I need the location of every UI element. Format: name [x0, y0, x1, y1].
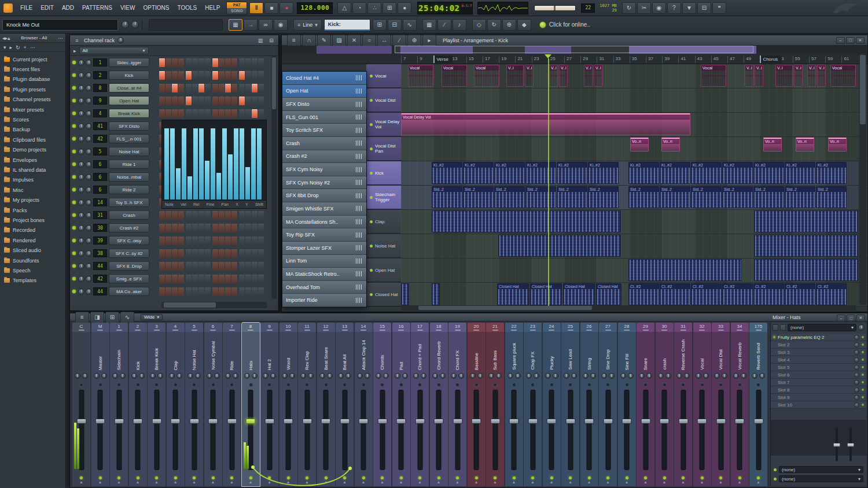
channel-mixer-target[interactable]: 39 [93, 236, 107, 245]
strip-route-arrow[interactable]: ▲ [700, 480, 704, 484]
pattern-clip[interactable]: Sid..2 [588, 186, 619, 208]
channel-mixer-target[interactable]: 41 [93, 122, 107, 130]
sample-item-sfx-8bit-drop[interactable]: SFX 8bit Drop [282, 189, 366, 202]
step-cell[interactable] [159, 249, 165, 258]
track-header-noise-hat[interactable]: Noise Hat [366, 234, 401, 258]
track-enable-dot[interactable] [370, 99, 373, 102]
sample-item-toy-rip-sfx[interactable]: Toy Rip SFX [282, 228, 366, 242]
fx-send-a[interactable]: (none) [771, 465, 866, 474]
track-enable-dot[interactable] [370, 245, 373, 247]
strip-enable-led[interactable] [362, 476, 365, 479]
pat-song-toggle[interactable]: PAT SONG [226, 2, 247, 14]
step-cell[interactable] [178, 97, 184, 105]
step-cell[interactable] [192, 224, 198, 232]
strip-pan-knob[interactable] [507, 373, 513, 379]
strip-stereo-knob[interactable] [402, 373, 408, 379]
step-cell[interactable] [231, 262, 237, 271]
pattern-clip[interactable]: Ki..#2 [463, 162, 494, 184]
step-cell[interactable] [205, 109, 211, 118]
channel-volume-knob[interactable] [86, 276, 92, 282]
step-cell[interactable] [192, 58, 198, 67]
strip-pan-knob[interactable] [583, 373, 589, 379]
step-cell[interactable] [219, 211, 225, 220]
step-cell[interactable] [159, 236, 165, 245]
strip-route-arrow[interactable]: ▲ [531, 480, 535, 484]
fx-slot-slot-6[interactable]: Slot 6 [771, 371, 866, 379]
strip-fader[interactable] [543, 387, 561, 474]
step-cell[interactable] [245, 262, 251, 271]
rack-horizontal-scrollbar[interactable] [161, 302, 267, 308]
step-cell[interactable] [186, 211, 192, 220]
pattern-clip[interactable] [432, 210, 621, 232]
step-cell[interactable] [198, 71, 204, 80]
fader-handle[interactable] [189, 419, 199, 424]
step-cell[interactable] [252, 287, 258, 296]
track-lane-vocal-dist[interactable] [401, 88, 858, 112]
sample-item-fls-gun-001[interactable]: FLS_Gun 001 [282, 111, 366, 124]
strip-pan-knob[interactable] [451, 373, 457, 379]
channel-pan-knob[interactable] [78, 85, 84, 91]
channel-mixer-target[interactable]: 14 [93, 198, 107, 206]
strip-pan-knob[interactable] [225, 373, 231, 379]
auto-clip[interactable]: Vocal Delay Vol [401, 113, 690, 135]
strip-enable-led[interactable] [174, 476, 177, 479]
step-cell[interactable] [198, 287, 204, 296]
strip-number-tab[interactable]: 10 [279, 323, 297, 332]
channel-volume-knob[interactable] [86, 250, 92, 257]
mixer-grid-button[interactable]: ⊞ [105, 312, 119, 323]
step-cell[interactable] [245, 249, 251, 258]
strip-stereo-knob[interactable] [534, 373, 539, 379]
browser-item-rendered[interactable]: Rendered [0, 235, 65, 245]
strip-number-tab[interactable]: 5 [185, 323, 203, 332]
mixer-strip-chord-reverb[interactable]: 18Chord Reverb▲ [430, 323, 448, 486]
fader-handle[interactable] [528, 419, 538, 424]
step-cell[interactable] [258, 58, 264, 67]
step-cell[interactable] [172, 211, 178, 220]
step-cell[interactable] [245, 97, 251, 105]
step-cell[interactable] [258, 262, 264, 271]
strip-number-tab[interactable]: 26 [580, 323, 598, 332]
step-cell[interactable] [239, 58, 245, 67]
strip-pan-knob[interactable] [94, 373, 100, 379]
strip-enable-led[interactable] [606, 476, 609, 479]
slot-mix-knob[interactable] [854, 357, 859, 363]
mixer-strip-break-kick[interactable]: 3Break Kick▲ [148, 323, 165, 486]
close-button[interactable]: ✕ [856, 315, 865, 321]
strip-route-arrow[interactable]: ▲ [174, 480, 178, 484]
fx-preset-dropdown[interactable]: (none) [788, 324, 856, 331]
preview-wave-icon[interactable] [356, 232, 363, 238]
strip-fader[interactable] [223, 387, 241, 474]
strip-enable-led[interactable] [400, 476, 403, 479]
strip-fader[interactable] [637, 387, 654, 474]
step-cell[interactable] [172, 71, 178, 80]
browser-refresh-icon[interactable]: ↻ [16, 45, 20, 50]
playlist-paint-button[interactable]: ▨ [332, 35, 346, 46]
step-cell[interactable] [225, 58, 231, 67]
step-cell[interactable] [205, 275, 211, 283]
mixer-strip-vocal[interactable]: 32Vocal▲ [693, 323, 711, 486]
strip-stereo-knob[interactable] [308, 373, 314, 379]
strip-route-arrow[interactable]: ▲ [738, 480, 742, 484]
step-cell[interactable] [239, 275, 245, 283]
fader-handle[interactable] [227, 419, 237, 424]
strip-fader[interactable] [167, 387, 185, 474]
channel-mixer-target[interactable]: 9 [93, 97, 107, 105]
step-cell[interactable] [198, 262, 204, 271]
strip-fader[interactable] [731, 387, 749, 474]
strip-pan-knob[interactable] [338, 373, 344, 379]
step-cell[interactable] [225, 109, 231, 118]
mixer-strip-crash[interactable]: 30crash▲ [656, 323, 674, 486]
strip-route-arrow[interactable]: ▲ [230, 480, 234, 484]
fx-slot-slot-7[interactable]: Slot 7 [771, 379, 866, 386]
step-cell[interactable] [245, 84, 251, 93]
pattern-clip[interactable]: Sid..2 [494, 186, 525, 208]
track-lane-clap[interactable] [401, 210, 858, 234]
strip-pan-knob[interactable] [300, 373, 306, 379]
strip-fader[interactable] [242, 387, 260, 474]
step-cell[interactable] [231, 287, 237, 296]
strip-number-tab[interactable]: 32 [693, 323, 711, 332]
strip-enable-led[interactable] [456, 476, 459, 479]
track-enable-dot[interactable] [370, 220, 373, 223]
channel-volume-knob[interactable] [86, 110, 92, 117]
toolbar-slice-button[interactable]: ∕ [437, 19, 451, 31]
